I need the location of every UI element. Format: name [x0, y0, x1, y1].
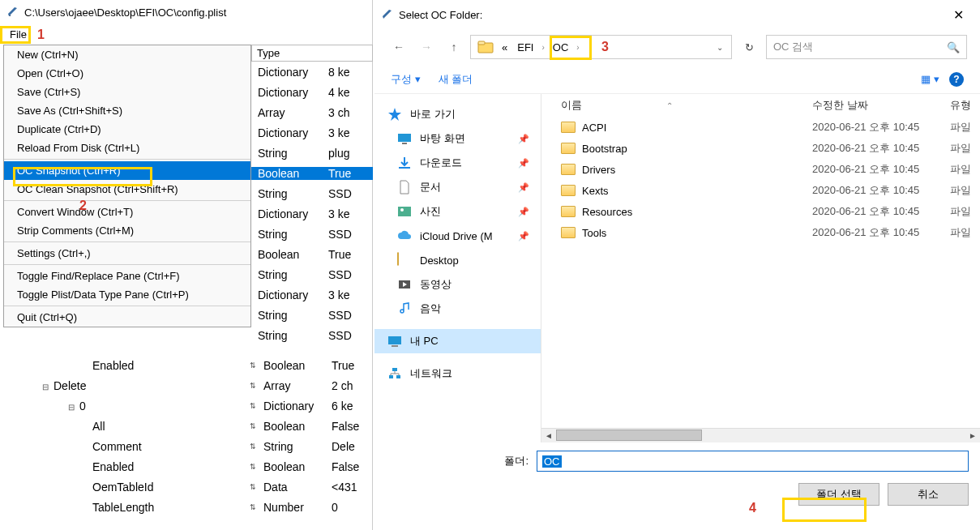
plist-row[interactable]: Array3 ch	[251, 102, 373, 122]
column-header-type[interactable]: 유형	[950, 98, 971, 113]
breadcrumb-chevron[interactable]: «	[497, 36, 512, 58]
cancel-button[interactable]: 취소	[888, 483, 969, 506]
sort-icon[interactable]: ⇅	[247, 382, 259, 390]
plist-row[interactable]: StringSSD	[251, 224, 373, 244]
plist-row[interactable]: Dictionary4 ke	[251, 82, 373, 102]
sidebar-this-pc[interactable]: 내 PC	[374, 329, 541, 353]
scrollbar-thumb[interactable]	[556, 430, 702, 441]
column-header-date[interactable]: 수정한 날짜	[812, 98, 950, 113]
sort-icon[interactable]: ⇅	[247, 442, 259, 451]
plist-row[interactable]: Enabled⇅BooleanTrue	[24, 355, 373, 375]
menu-reload[interactable]: Reload From Disk (Ctrl+L)	[4, 139, 250, 157]
search-input[interactable]: OC 검색 🔍	[766, 35, 967, 59]
close-icon[interactable]: ✕	[944, 4, 974, 26]
sidebar-item-label: 바로 가기	[410, 107, 456, 122]
plist-row[interactable]: BooleanTrue	[251, 244, 373, 264]
organize-button[interactable]: 구성 ▾	[391, 72, 421, 87]
file-row[interactable]: Tools2020-06-21 오후 10:45파일	[541, 222, 980, 243]
plist-row[interactable]: StringSSD	[251, 264, 373, 284]
sidebar-quick-access[interactable]: 바로 가기	[374, 102, 541, 126]
sidebar-downloads[interactable]: 다운로드 📌	[374, 151, 541, 175]
column-header-type[interactable]: Type	[251, 45, 373, 62]
sidebar-desktop2[interactable]: Desktop	[374, 248, 541, 272]
file-list-header: 이름 ⌃ 수정한 날짜 유형	[541, 94, 980, 117]
sort-icon[interactable]: ⇅	[247, 422, 259, 430]
address-bar[interactable]: « EFI › OC › ⌄	[470, 35, 732, 59]
menu-open[interactable]: Open (Ctrl+O)	[4, 64, 250, 83]
sort-icon[interactable]: ⇅	[247, 361, 259, 370]
menu-save[interactable]: Save (Ctrl+S)	[4, 83, 250, 101]
plist-row[interactable]: Dictionary3 ke	[251, 203, 373, 224]
menu-duplicate[interactable]: Duplicate (Ctrl+D)	[4, 120, 250, 139]
plist-row[interactable]: OemTableId⇅Data<431	[24, 477, 373, 497]
expand-icon[interactable]: ⊟	[66, 403, 76, 412]
sidebar-videos[interactable]: 동영상	[374, 272, 541, 297]
horizontal-scrollbar[interactable]: ◄ ►	[541, 428, 980, 442]
plist-row[interactable]: Dictionary8 ke	[251, 62, 373, 82]
sort-icon[interactable]: ⇅	[247, 463, 259, 471]
menu-toggle-find[interactable]: Toggle Find/Replace Pane (Ctrl+F)	[4, 267, 250, 285]
sidebar-desktop[interactable]: 바탕 화면 📌	[374, 126, 541, 151]
plist-row[interactable]: Enabled⇅BooleanFalse	[24, 456, 373, 477]
sidebar-pictures[interactable]: 사진 📌	[374, 199, 541, 224]
file-row[interactable]: Resources2020-06-21 오후 10:45파일	[541, 201, 980, 222]
menu-save-as[interactable]: Save As (Ctrl+Shift+S)	[4, 101, 250, 120]
plist-row[interactable]: All⇅BooleanFalse	[24, 416, 373, 436]
file-row[interactable]: Kexts2020-06-21 오후 10:45파일	[541, 180, 980, 201]
plist-row[interactable]: StringSSD	[251, 325, 373, 345]
sidebar-network[interactable]: 네트워크	[374, 361, 541, 386]
menu-settings[interactable]: Settings (Ctrl+,)	[4, 244, 250, 263]
plist-row[interactable]: StringSSD	[251, 305, 373, 325]
back-button[interactable]: ←	[387, 36, 410, 58]
sort-icon[interactable]: ⇅	[247, 402, 259, 410]
menu-quit[interactable]: Quit (Ctrl+Q)	[4, 308, 250, 327]
plist-row[interactable]: ⊟Delete⇅Array2 ch	[24, 375, 373, 395]
menu-toggle-plist[interactable]: Toggle Plist/Data Type Pane (Ctrl+P)	[4, 285, 250, 304]
sidebar-music[interactable]: 음악	[374, 297, 541, 321]
plist-row[interactable]: TableLength⇅Number0	[24, 497, 373, 517]
plist-row[interactable]: StringSSD	[251, 183, 373, 203]
svg-rect-3	[398, 134, 411, 142]
sidebar-item-label: 다운로드	[420, 156, 462, 170]
help-icon[interactable]: ?	[949, 72, 964, 87]
sort-icon[interactable]: ⇅	[247, 483, 259, 491]
nav-row: ← → ↑ « EFI › OC › ⌄ ↻ OC 검색 🔍	[374, 29, 980, 65]
expand-icon[interactable]: ⊟	[41, 383, 50, 391]
plist-key: All	[24, 420, 247, 433]
forward-button[interactable]: →	[415, 36, 438, 58]
menu-oc-clean-snapshot[interactable]: OC Clean Snapshot (Ctrl+Shift+R)	[4, 180, 250, 199]
file-row[interactable]: ACPI2020-06-21 오후 10:45파일	[541, 117, 980, 138]
plist-tree: Enabled⇅BooleanTrue⊟Delete⇅Array2 ch⊟0⇅D…	[24, 355, 373, 517]
sort-icon[interactable]: ⇅	[247, 503, 259, 511]
column-header-name[interactable]: 이름 ⌃	[561, 98, 812, 113]
up-button[interactable]: ↑	[443, 36, 465, 58]
select-folder-button[interactable]: 폴더 선택	[798, 483, 879, 506]
menu-oc-snapshot[interactable]: OC Snapshot (Ctrl+R)	[4, 161, 250, 180]
sidebar-documents[interactable]: 문서 📌	[374, 175, 541, 199]
file-menu-button[interactable]: File	[3, 27, 33, 42]
chevron-down-icon[interactable]: ⌄	[712, 43, 728, 52]
plist-row[interactable]: Dictionary3 ke	[251, 284, 373, 305]
menu-new[interactable]: New (Ctrl+N)	[4, 45, 250, 64]
sidebar-icloud[interactable]: iCloud Drive (M 📌	[374, 224, 541, 248]
menu-strip-comments[interactable]: Strip Comments (Ctrl+M)	[4, 221, 250, 240]
scroll-left-icon[interactable]: ◄	[541, 431, 556, 440]
file-row[interactable]: Bootstrap2020-06-21 오후 10:45파일	[541, 138, 980, 159]
scrollbar-track[interactable]	[556, 430, 965, 442]
new-folder-button[interactable]: 새 폴더	[439, 72, 473, 87]
view-options-button[interactable]: ▦ ▾	[921, 73, 939, 85]
refresh-button[interactable]: ↻	[737, 35, 761, 59]
plist-row[interactable]: ⊟0⇅Dictionary6 ke	[24, 395, 373, 416]
folder-name-input[interactable]: OC	[537, 451, 969, 472]
breadcrumb-efi[interactable]: EFI	[512, 36, 538, 58]
sidebar-item-label: iCloud Drive (M	[420, 230, 493, 242]
plist-row[interactable]: BooleanTrue	[251, 163, 373, 183]
plist-row[interactable]: Dictionary3 ke	[251, 122, 373, 143]
menu-convert-window[interactable]: Convert Window (Ctrl+T)	[4, 203, 250, 221]
scroll-right-icon[interactable]: ►	[965, 431, 980, 440]
plist-row[interactable]: Stringplug	[251, 143, 373, 163]
plist-row[interactable]: Comment⇅StringDele	[24, 436, 373, 456]
file-row[interactable]: Drivers2020-06-21 오후 10:45파일	[541, 159, 980, 180]
breadcrumb-oc[interactable]: OC	[548, 36, 574, 58]
plist-value: SSD	[328, 268, 373, 281]
